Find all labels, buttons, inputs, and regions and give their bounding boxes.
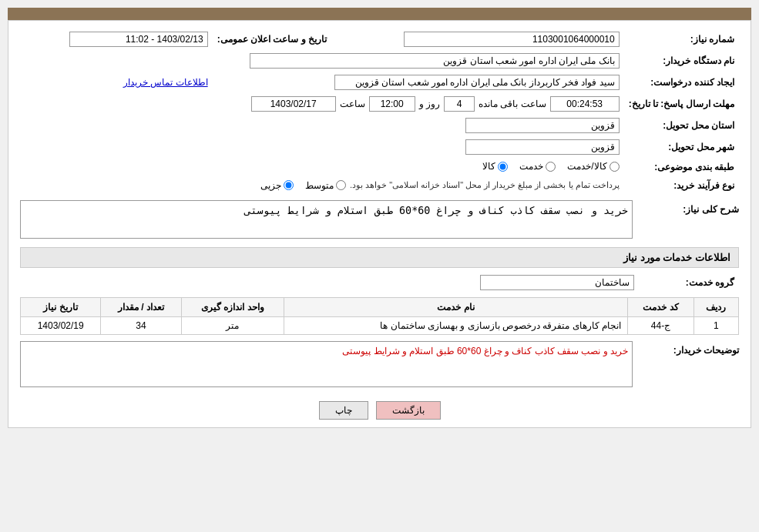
services-section-header: اطلاعات خدمات مورد نیاز: [20, 247, 739, 268]
org-name-value: بانک ملی ایران اداره امور شعب استان قزوی…: [250, 53, 620, 69]
page-wrapper: شماره نیاز: 1103001064000010 تاریخ و ساع…: [0, 0, 759, 436]
main-container: شماره نیاز: 1103001064000010 تاریخ و ساع…: [8, 20, 751, 428]
purchase-note: پرداخت تمام یا بخشی از مبلغ خریدار از مح…: [350, 180, 620, 190]
category-label-goods-services: کالا/خدمت: [567, 161, 606, 172]
purchase-type-radio-medium[interactable]: [336, 180, 346, 190]
quantity: 34: [101, 316, 181, 334]
deadline-time: 12:00: [369, 96, 415, 112]
table-row: 1 ج-44 انجام کارهای متفرقه درخصوص بازساز…: [21, 316, 739, 334]
province-label: استان محل تحویل:: [624, 115, 739, 136]
purchase-type-medium[interactable]: متوسط: [305, 180, 346, 191]
back-button[interactable]: بازگشت: [376, 401, 441, 420]
category-option-goods[interactable]: کالا: [482, 161, 508, 172]
need-number-value: 1103001064000010: [404, 32, 620, 47]
purchase-type-small[interactable]: جزیی: [260, 180, 294, 191]
service-code: ج-44: [628, 316, 694, 334]
category-label-goods: کالا: [482, 161, 495, 172]
category-option-service[interactable]: خدمت: [519, 161, 556, 172]
purchase-type-label: نوع فرآیند خرید:: [624, 177, 739, 194]
service-group-table: گروه خدمت: ساختمان: [20, 272, 739, 293]
buyer-desc-section: توضیحات خریدار:: [20, 341, 739, 390]
contact-link[interactable]: اطلاعات تماس خریدار: [123, 77, 208, 88]
countdown-label: ساعت باقی مانده: [479, 99, 546, 109]
need-number-label: شماره نیاز:: [624, 28, 739, 50]
category-radio-goods[interactable]: [498, 162, 508, 172]
deadline-days-label: روز و: [419, 99, 440, 109]
city-value: قزوین: [465, 139, 620, 155]
city-label: شهر محل تحویل:: [624, 136, 739, 158]
page-title: [8, 8, 751, 20]
description-section: شرح کلی نیاز: // Set textarea value afte…: [20, 200, 739, 241]
info-table: شماره نیاز: 1103001064000010 تاریخ و ساع…: [20, 28, 739, 194]
buyer-desc-label: توضیحات خریدار:: [639, 341, 739, 356]
purchase-type-radio-group: متوسط جزیی: [260, 180, 346, 191]
purchase-type-radio-small[interactable]: [284, 180, 294, 190]
deadline-row: 00:24:53 ساعت باقی مانده 4 روز و 12:00 س…: [25, 96, 620, 112]
announcement-date-value: 1403/02/13 - 11:02: [69, 32, 208, 47]
description-label: شرح کلی نیاز:: [639, 200, 739, 215]
category-radio-service[interactable]: [546, 162, 556, 172]
unit: متر: [181, 316, 284, 334]
need-date: 1403/02/19: [21, 316, 101, 334]
buyer-desc-textarea[interactable]: [20, 341, 633, 387]
col-header-service-name: نام خدمت: [284, 297, 628, 316]
purchase-type-row: پرداخت تمام یا بخشی از مبلغ خریدار از مح…: [25, 180, 620, 191]
deadline-days: 4: [444, 96, 475, 112]
description-textarea[interactable]: [20, 200, 633, 239]
buttons-row: بازگشت چاپ: [20, 401, 739, 420]
purchase-type-label-small: جزیی: [260, 180, 281, 191]
service-group-label: گروه خدمت:: [639, 272, 739, 293]
province-value: قزوین: [465, 118, 620, 133]
category-radio-goods-services[interactable]: [610, 162, 620, 172]
col-header-row-num: ردیف: [694, 297, 738, 316]
col-header-quantity: تعداد / مقدار: [101, 297, 181, 316]
creator-value: سید فواد فخر کاربرداز بانک ملی ایران ادا…: [334, 75, 620, 90]
purchase-type-label-medium: متوسط: [305, 180, 334, 191]
services-table: ردیف کد خدمت نام خدمت واحد اندازه گیری ت…: [20, 297, 739, 335]
category-label-service: خدمت: [519, 161, 543, 172]
deadline-time-label: ساعت: [340, 99, 365, 109]
category-option-goods-services[interactable]: کالا/خدمت: [567, 161, 619, 172]
row-num: 1: [694, 316, 738, 334]
creator-label: ایجاد کننده درخواست:: [624, 72, 739, 93]
service-group-value: ساختمان: [480, 275, 634, 290]
col-header-service-code: کد خدمت: [628, 297, 694, 316]
print-button[interactable]: چاپ: [319, 401, 368, 420]
service-name: انجام کارهای متفرقه درخصوص بازسازی و بهس…: [284, 316, 628, 334]
org-name-label: نام دستگاه خریدار:: [624, 50, 739, 72]
category-label: طبقه بندی موضوعی:: [624, 158, 739, 177]
category-radio-group: کالا/خدمت خدمت کالا: [482, 161, 619, 172]
announcement-date-label: تاریخ و ساعت اعلان عمومی:: [213, 28, 331, 50]
deadline-label: مهلت ارسال پاسخ: تا تاریخ:: [624, 93, 739, 115]
countdown-value: 00:24:53: [550, 96, 620, 112]
deadline-date: 1403/02/17: [251, 96, 336, 112]
col-header-need-date: تاریخ نیاز: [21, 297, 101, 316]
col-header-unit: واحد اندازه گیری: [181, 297, 284, 316]
